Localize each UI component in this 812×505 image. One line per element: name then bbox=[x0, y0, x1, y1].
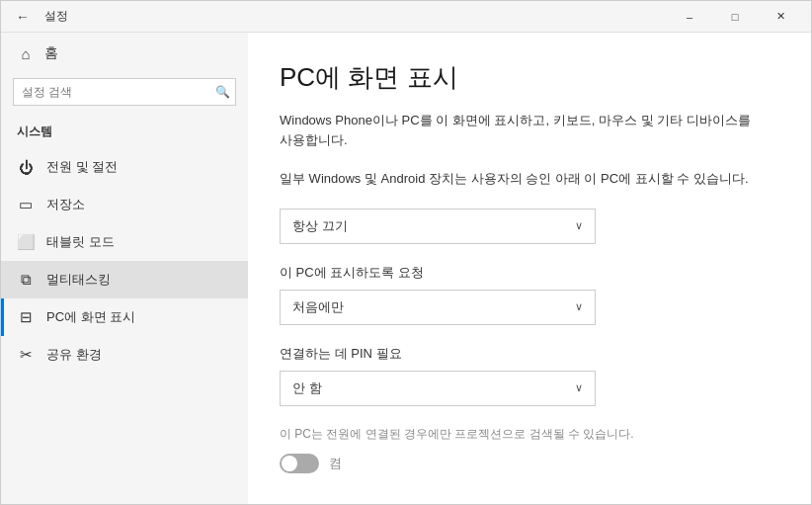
share-icon: ✂ bbox=[17, 346, 35, 364]
dropdown-first-time[interactable]: 처음에만 ∨ bbox=[280, 290, 596, 325]
page-description: Windows Phone이나 PC를 이 화면에 표시하고, 키보드, 마우스… bbox=[280, 111, 754, 149]
home-label: 홈 bbox=[44, 44, 58, 62]
tablet-icon: ⬜ bbox=[17, 233, 35, 251]
sidebar-item-label: 저장소 bbox=[46, 196, 85, 213]
search-icon: 🔍 bbox=[215, 85, 230, 99]
back-button[interactable]: ← bbox=[9, 3, 37, 31]
sidebar-item-label: PC에 화면 표시 bbox=[46, 308, 135, 326]
sidebar-section-label: 시스템 bbox=[1, 118, 248, 148]
chevron-down-icon: ∨ bbox=[575, 300, 583, 313]
title-bar-left: ← 설정 bbox=[9, 3, 667, 31]
dropdown3-value: 안 함 bbox=[292, 379, 322, 397]
search-input[interactable] bbox=[13, 78, 236, 106]
dropdown2-value: 처음에만 bbox=[292, 298, 344, 316]
home-icon: ⌂ bbox=[17, 44, 35, 62]
maximize-button[interactable]: □ bbox=[712, 1, 758, 33]
window-title: 설정 bbox=[44, 8, 68, 25]
search-box: 🔍 bbox=[13, 78, 236, 106]
multitask-icon: ⧉ bbox=[17, 271, 35, 289]
sidebar-item-share[interactable]: ✂ 공유 환경 bbox=[1, 336, 248, 374]
main-panel: PC에 화면 표시 Windows Phone이나 PC를 이 화면에 표시하고… bbox=[248, 33, 811, 504]
back-icon: ← bbox=[16, 9, 30, 25]
minimize-button[interactable]: – bbox=[667, 1, 712, 33]
dropdown1-value: 항상 끄기 bbox=[292, 217, 348, 235]
settings-window: ← 설정 – □ ✕ ⌂ 홈 🔍 시스템 ⏻ 전원 및 절전 bbox=[0, 0, 812, 505]
pc-display-icon: ⊟ bbox=[17, 308, 35, 326]
dropdown2-label: 이 PC에 표시하도록 요청 bbox=[280, 264, 779, 282]
dropdown-pin[interactable]: 안 함 ∨ bbox=[280, 371, 596, 406]
sidebar-item-power[interactable]: ⏻ 전원 및 절전 bbox=[1, 148, 248, 186]
sidebar-item-storage[interactable]: ▭ 저장소 bbox=[1, 186, 248, 223]
content-area: ⌂ 홈 🔍 시스템 ⏻ 전원 및 절전 ▭ 저장소 ⬜ 태블릿 모드 ⧉ bbox=[1, 33, 811, 504]
sidebar-item-label: 전원 및 절전 bbox=[46, 158, 118, 176]
power-icon: ⏻ bbox=[17, 158, 35, 176]
page-title: PC에 화면 표시 bbox=[280, 60, 779, 95]
page-sub-description: 일부 Windows 및 Android 장치는 사용자의 승인 아래 이 PC… bbox=[280, 169, 754, 189]
toggle-knob bbox=[282, 456, 297, 471]
dropdown-always-off[interactable]: 항상 끄기 ∨ bbox=[280, 209, 596, 244]
sidebar-item-tablet[interactable]: ⬜ 태블릿 모드 bbox=[1, 223, 248, 261]
sidebar-item-label: 태블릿 모드 bbox=[46, 233, 115, 251]
window-controls: – □ ✕ bbox=[667, 1, 803, 33]
sidebar-item-label: 공유 환경 bbox=[46, 346, 102, 364]
sidebar: ⌂ 홈 🔍 시스템 ⏻ 전원 및 절전 ▭ 저장소 ⬜ 태블릿 모드 ⧉ bbox=[1, 33, 248, 504]
toggle-row: 켬 bbox=[280, 454, 779, 473]
sidebar-item-multitask[interactable]: ⧉ 멀티태스킹 bbox=[1, 261, 248, 298]
toggle-switch[interactable] bbox=[280, 454, 319, 473]
chevron-down-icon: ∨ bbox=[575, 381, 583, 394]
sidebar-item-label: 멀티태스킹 bbox=[46, 271, 111, 289]
toggle-label: 켬 bbox=[329, 455, 342, 472]
storage-icon: ▭ bbox=[17, 196, 35, 213]
sidebar-home[interactable]: ⌂ 홈 bbox=[1, 33, 248, 74]
sidebar-item-pc-display[interactable]: ⊟ PC에 화면 표시 bbox=[1, 298, 248, 336]
note-text: 이 PC는 전원에 연결된 경우에만 프로젝션으로 검색될 수 있습니다. bbox=[280, 426, 734, 443]
title-bar: ← 설정 – □ ✕ bbox=[1, 1, 811, 33]
close-button[interactable]: ✕ bbox=[758, 1, 803, 33]
dropdown3-label: 연결하는 데 PIN 필요 bbox=[280, 345, 779, 363]
chevron-down-icon: ∨ bbox=[575, 219, 583, 232]
